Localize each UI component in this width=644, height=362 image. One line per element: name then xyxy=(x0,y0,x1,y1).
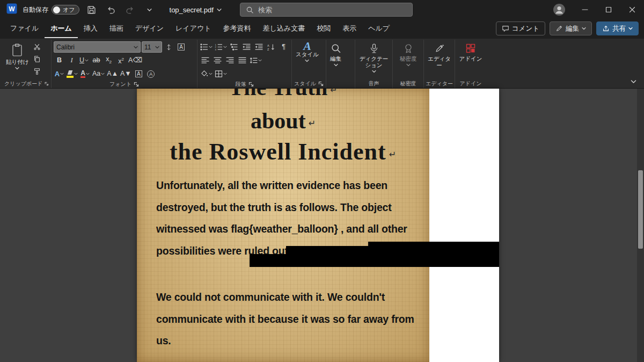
text-effects-button[interactable]: A xyxy=(54,68,65,79)
styles-button[interactable]: A スタイル xyxy=(294,41,320,62)
dialog-launcher-icon[interactable] xyxy=(318,81,324,86)
undo-button[interactable] xyxy=(104,3,118,17)
tab-help[interactable]: ヘルプ xyxy=(362,20,396,38)
comments-label: コメント xyxy=(512,24,539,33)
editor-group-label: エディター xyxy=(426,80,453,88)
copy-button[interactable] xyxy=(32,53,43,64)
show-formatting-marks-button[interactable]: ¶ xyxy=(278,41,289,53)
format-painter-button[interactable] xyxy=(32,66,43,77)
tab-review[interactable]: 校閲 xyxy=(311,20,336,38)
shrink-font-button[interactable]: A▼ xyxy=(120,68,132,79)
grow-font-button[interactable]: A▲ xyxy=(106,68,119,79)
body-line: Unfortunately, all the written evidence … xyxy=(156,175,478,197)
close-button[interactable] xyxy=(620,0,644,19)
editor-button[interactable]: エディター xyxy=(426,41,452,68)
bullets-button[interactable] xyxy=(200,41,213,53)
paragraph-group-label: 段落 xyxy=(236,81,246,88)
highlighter-icon xyxy=(67,70,74,78)
collapse-ribbon-button[interactable] xyxy=(631,77,636,85)
dialog-launcher-icon[interactable] xyxy=(134,82,139,87)
underline-button[interactable]: U xyxy=(78,55,90,66)
tab-insert[interactable]: 挿入 xyxy=(78,20,104,38)
tab-home[interactable]: ホーム xyxy=(45,20,78,38)
search-box[interactable] xyxy=(240,3,413,17)
tab-layout[interactable]: レイアウト xyxy=(170,20,217,38)
font-color-icon: A xyxy=(80,70,85,78)
enclose-characters-button[interactable]: A xyxy=(175,41,187,53)
clear-formatting-button[interactable]: A⌫ xyxy=(128,55,143,66)
increase-indent-button[interactable] xyxy=(253,41,265,53)
font-name-value: Calibri xyxy=(56,44,75,51)
font-size-combo[interactable]: 11 xyxy=(142,41,162,53)
tab-file[interactable]: ファイル xyxy=(4,20,45,38)
search-input[interactable] xyxy=(258,6,407,14)
character-border-button[interactable]: A xyxy=(133,68,144,79)
cut-button[interactable] xyxy=(32,41,43,52)
align-center-button[interactable] xyxy=(212,55,223,66)
italic-button[interactable]: I xyxy=(66,55,77,66)
redaction-bar xyxy=(368,242,499,267)
tab-mailings[interactable]: 差し込み文書 xyxy=(257,20,311,38)
multilevel-list-button[interactable] xyxy=(229,41,240,53)
paragraph-group: 123 AZ ¶ xyxy=(197,40,292,88)
editor-group: エディター エディター xyxy=(424,40,455,88)
microphone-icon xyxy=(369,43,379,54)
maximize-button[interactable] xyxy=(597,0,620,19)
numbering-button[interactable]: 123 xyxy=(214,41,228,53)
document-title[interactable]: top_secret.pdf xyxy=(170,6,222,14)
align-center-icon xyxy=(214,57,222,64)
text-highlight-button[interactable] xyxy=(66,68,78,79)
tab-view[interactable]: 表示 xyxy=(336,20,362,38)
justify-icon xyxy=(238,57,246,64)
editing-button[interactable]: 編集 xyxy=(328,41,343,67)
change-case-button[interactable]: Aa xyxy=(92,68,105,79)
autosave-switch[interactable]: オフ xyxy=(52,5,79,15)
dictation-button[interactable]: ディクテーション xyxy=(357,41,390,73)
chevron-down-icon xyxy=(217,8,222,12)
redo-button[interactable] xyxy=(123,3,137,17)
shading-button[interactable] xyxy=(200,68,213,79)
word-app-icon[interactable]: W xyxy=(6,3,17,16)
paste-button[interactable]: 貼り付け xyxy=(4,41,31,70)
account-avatar[interactable] xyxy=(553,3,566,16)
subscript-button[interactable]: x2 xyxy=(103,55,114,66)
align-left-button[interactable] xyxy=(200,55,211,66)
tab-design[interactable]: デザイン xyxy=(129,20,170,38)
superscript-button[interactable]: x2 xyxy=(115,55,127,66)
line-spacing-button[interactable] xyxy=(249,55,262,66)
vertical-scrollbar[interactable] xyxy=(637,89,644,362)
redaction-bar xyxy=(286,246,368,254)
strikethrough-button[interactable]: ab xyxy=(91,55,102,66)
dialog-launcher-icon[interactable] xyxy=(248,82,254,87)
document-page[interactable]: The Truth↵ about↵ the Roswell Incident↵ … xyxy=(137,89,499,362)
chevron-down-icon xyxy=(101,73,105,75)
phonetic-guide-button[interactable] xyxy=(163,41,174,53)
sensitivity-button[interactable]: 秘密度 xyxy=(398,41,419,67)
editor-pencil-icon xyxy=(434,43,445,54)
dialog-launcher-icon[interactable] xyxy=(45,81,49,86)
justify-button[interactable] xyxy=(237,55,248,66)
save-button[interactable] xyxy=(85,3,99,17)
addins-button[interactable]: アドイン xyxy=(458,41,484,62)
font-color-button[interactable]: A xyxy=(79,68,91,79)
sensitivity-group: 秘密度 秘密度 xyxy=(393,40,424,88)
align-right-icon xyxy=(226,57,234,64)
editing-mode-button[interactable]: 編集 xyxy=(550,21,592,35)
autosave-toggle[interactable]: 自動保存 オフ xyxy=(23,5,79,15)
bold-button[interactable]: B xyxy=(54,55,65,66)
tab-draw[interactable]: 描画 xyxy=(104,20,129,38)
document-canvas[interactable]: The Truth↵ about↵ the Roswell Incident↵ … xyxy=(0,89,644,362)
scrollbar-thumb[interactable] xyxy=(638,170,643,249)
search-icon xyxy=(331,43,341,54)
quick-access-chevron[interactable] xyxy=(143,3,157,17)
share-button[interactable]: 共有 xyxy=(596,21,639,35)
sort-button[interactable]: AZ xyxy=(266,41,277,53)
comments-button[interactable]: コメント xyxy=(496,21,545,35)
enclose-character-button[interactable]: A xyxy=(145,68,157,79)
align-right-button[interactable] xyxy=(224,55,236,66)
borders-button[interactable] xyxy=(214,68,228,79)
minimize-button[interactable] xyxy=(573,0,597,19)
font-name-combo[interactable]: Calibri xyxy=(54,41,141,53)
tab-references[interactable]: 参考資料 xyxy=(217,20,257,38)
decrease-indent-button[interactable] xyxy=(241,41,252,53)
